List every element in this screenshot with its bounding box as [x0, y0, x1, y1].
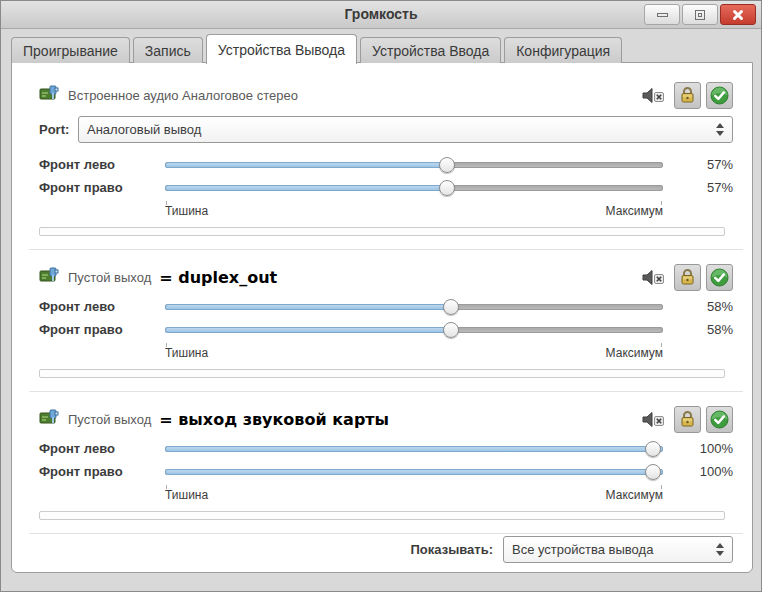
- tab-bar: Проигрывание Запись Устройства Вывода Ус…: [11, 33, 625, 63]
- device-name: Пустой выход: [68, 270, 151, 285]
- slider-fill: [165, 185, 449, 191]
- slider-fill: [165, 469, 663, 475]
- slider-fill: [165, 446, 663, 452]
- set-default-button[interactable]: [706, 82, 733, 109]
- channel-label: Фронт лево: [39, 157, 151, 172]
- device-annotation: = duplex_out: [159, 268, 277, 287]
- default-device-check-icon: [710, 86, 729, 105]
- slider-handle[interactable]: [645, 441, 661, 457]
- slider-fill: [165, 162, 449, 168]
- tab-configuration[interactable]: Конфигурация: [504, 37, 622, 63]
- volume-slider[interactable]: [165, 179, 663, 197]
- section-divider: [29, 249, 743, 250]
- sound-card-icon: [39, 408, 61, 426]
- tab-output-devices[interactable]: Устройства Вывода: [206, 34, 357, 64]
- device-section: Встроенное аудио Аналоговое стерео Port:: [39, 83, 733, 236]
- scale-min-label: Тишина: [165, 488, 208, 504]
- minimize-button[interactable]: [644, 4, 680, 25]
- volume-slider[interactable]: [165, 463, 663, 481]
- slider-fill: [165, 327, 454, 333]
- lock-channels-button[interactable]: [674, 264, 701, 291]
- channel-label: Фронт право: [39, 180, 151, 195]
- channel-percent: 58%: [677, 322, 733, 337]
- muted-speaker-icon[interactable]: [642, 411, 666, 428]
- section-divider: [29, 533, 743, 534]
- sound-card-icon: [39, 84, 61, 102]
- mute-button[interactable]: [642, 411, 666, 428]
- volume-slider[interactable]: [165, 156, 663, 174]
- mute-button[interactable]: [642, 269, 666, 286]
- volume-slider[interactable]: [165, 440, 663, 458]
- lock-channels-button[interactable]: [674, 406, 701, 433]
- channel-percent: 57%: [677, 180, 733, 195]
- volume-control-window: Громкость Проигрывание Запись Устройства…: [0, 0, 762, 592]
- close-icon: [732, 9, 744, 21]
- volume-slider[interactable]: [165, 321, 663, 339]
- peak-meter: [39, 369, 725, 378]
- sound-card-icon: [39, 266, 61, 284]
- channel-percent: 57%: [677, 157, 733, 172]
- show-filter-select[interactable]: Все устройства вывода: [503, 536, 733, 563]
- volume-slider[interactable]: [165, 298, 663, 316]
- slider-handle[interactable]: [645, 464, 661, 480]
- scale-min-label: Тишина: [165, 346, 208, 362]
- channel-label: Фронт право: [39, 464, 151, 479]
- channel-label: Фронт право: [39, 322, 151, 337]
- device-section: Пустой выход = duplex_out Фронт лево: [39, 265, 733, 378]
- titlebar[interactable]: Громкость: [1, 1, 761, 29]
- show-filter-value: Все устройства вывода: [512, 542, 653, 557]
- show-filter-label: Показывать:: [411, 542, 493, 557]
- lock-channels-icon: [680, 411, 695, 427]
- tab-playback[interactable]: Проигрывание: [11, 37, 130, 63]
- device-annotation: = выход звуковой карты: [159, 410, 389, 429]
- peak-meter: [39, 227, 725, 236]
- section-divider: [29, 391, 743, 392]
- slider-handle[interactable]: [439, 157, 455, 173]
- tab-recording[interactable]: Запись: [133, 37, 203, 63]
- slider-handle[interactable]: [443, 322, 459, 338]
- lock-channels-icon: [680, 87, 695, 103]
- muted-speaker-icon[interactable]: [642, 269, 666, 286]
- channel-percent: 58%: [677, 299, 733, 314]
- spinner-arrows-icon: [716, 543, 724, 556]
- muted-speaker-icon[interactable]: [642, 87, 666, 104]
- tab-input-devices[interactable]: Устройства Ввода: [360, 37, 501, 63]
- channel-percent: 100%: [677, 464, 733, 479]
- lock-channels-button[interactable]: [674, 82, 701, 109]
- scale-max-label: Максимум: [606, 488, 663, 504]
- slider-handle[interactable]: [443, 299, 459, 315]
- mute-button[interactable]: [642, 87, 666, 104]
- output-devices-page: Встроенное аудио Аналоговое стерео Port:: [11, 62, 753, 573]
- scale-max-label: Максимум: [606, 204, 663, 220]
- default-device-check-icon: [710, 268, 729, 287]
- minimize-icon: [657, 13, 668, 17]
- channel-label: Фронт лево: [39, 299, 151, 314]
- channel-percent: 100%: [677, 441, 733, 456]
- set-default-button[interactable]: [706, 264, 733, 291]
- maximize-button[interactable]: [682, 4, 718, 25]
- scale-max-label: Максимум: [606, 346, 663, 362]
- show-filter-row: Показывать: Все устройства вывода: [411, 536, 733, 563]
- slider-handle[interactable]: [439, 180, 455, 196]
- spinner-arrows-icon: [716, 123, 724, 136]
- port-value: Аналоговый вывод: [87, 122, 201, 137]
- port-label: Port:: [39, 122, 78, 137]
- device-name: Встроенное аудио Аналоговое стерео: [68, 88, 298, 103]
- peak-meter: [39, 511, 725, 520]
- device-name: Пустой выход: [68, 412, 151, 427]
- port-select[interactable]: Аналоговый вывод: [78, 116, 733, 143]
- lock-channels-icon: [680, 269, 695, 285]
- maximize-icon: [695, 10, 705, 20]
- device-section: Пустой выход = выход звуковой карты Фрон…: [39, 407, 733, 520]
- close-button[interactable]: [720, 4, 756, 25]
- slider-fill: [165, 304, 454, 310]
- set-default-button[interactable]: [706, 406, 733, 433]
- default-device-check-icon: [710, 410, 729, 429]
- channel-label: Фронт лево: [39, 441, 151, 456]
- scale-min-label: Тишина: [165, 204, 208, 220]
